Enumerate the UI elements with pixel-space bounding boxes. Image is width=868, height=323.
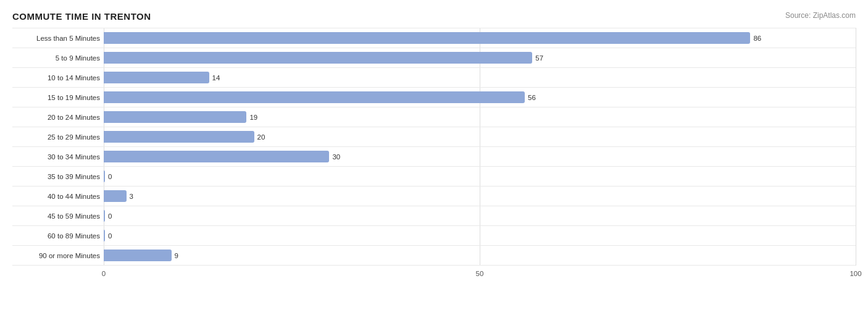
bar-fill (104, 32, 750, 44)
bar-value: 0 (108, 232, 112, 240)
grid-line (856, 28, 856, 266)
bars-section: Less than 5 Minutes865 to 9 Minutes5710 … (12, 28, 856, 266)
bar-value: 3 (130, 193, 133, 200)
bar-label: 10 to 14 Minutes (12, 74, 104, 82)
bar-value: 0 (108, 212, 112, 220)
bar-track: 14 (104, 72, 856, 83)
bar-fill (104, 131, 254, 143)
x-axis-label: 50 (476, 270, 484, 277)
x-axis: 050100 (104, 267, 856, 284)
bar-value: 86 (753, 35, 761, 42)
x-axis-label: 0 (102, 270, 106, 277)
bar-row: 60 to 89 Minutes0 (12, 226, 856, 246)
bar-row: 5 to 9 Minutes57 (12, 48, 856, 68)
bar-row: Less than 5 Minutes86 (12, 28, 856, 48)
bar-track: 30 (104, 151, 856, 162)
bar-row: 15 to 19 Minutes56 (12, 88, 856, 107)
bar-value: 56 (528, 94, 536, 101)
bar-track: 57 (104, 52, 856, 64)
bar-fill (104, 151, 329, 162)
bar-track: 9 (104, 250, 856, 261)
x-axis-label: 100 (849, 270, 861, 277)
bar-value: 9 (175, 252, 178, 259)
bar-row: 20 to 24 Minutes19 (12, 107, 856, 127)
bar-label: 25 to 29 Minutes (12, 133, 104, 141)
bar-track: 3 (104, 190, 856, 202)
bar-fill (104, 52, 532, 64)
bar-label: 15 to 19 Minutes (12, 94, 104, 101)
bar-label: 90 or more Minutes (12, 252, 104, 259)
bar-row: 30 to 34 Minutes30 (12, 147, 856, 167)
bar-label: 5 to 9 Minutes (12, 54, 104, 62)
bar-fill (104, 111, 246, 123)
bar-fill (104, 72, 209, 83)
bar-track: 0 (104, 230, 856, 241)
bar-row: 10 to 14 Minutes14 (12, 68, 856, 88)
bar-row: 90 or more Minutes9 (12, 246, 856, 266)
bar-track: 56 (104, 91, 856, 103)
bar-label: Less than 5 Minutes (12, 35, 104, 42)
bar-track: 19 (104, 111, 856, 123)
chart-container: COMMUTE TIME IN TRENTON Source: ZipAtlas… (0, 0, 868, 323)
bar-fill (104, 170, 105, 182)
bar-value: 30 (332, 153, 340, 161)
bar-track: 0 (104, 170, 856, 182)
bar-label: 40 to 44 Minutes (12, 193, 104, 200)
bar-track: 20 (104, 131, 856, 143)
bar-row: 25 to 29 Minutes20 (12, 127, 856, 147)
bar-label: 30 to 34 Minutes (12, 153, 104, 161)
bar-value: 20 (257, 133, 265, 141)
bar-value: 19 (249, 114, 257, 121)
bar-row: 35 to 39 Minutes0 (12, 167, 856, 187)
bar-fill (104, 250, 172, 261)
bar-track: 0 (104, 210, 856, 222)
bar-label: 35 to 39 Minutes (12, 173, 104, 180)
chart-area: Less than 5 Minutes865 to 9 Minutes5710 … (12, 28, 856, 284)
bar-fill (104, 230, 105, 241)
bar-label: 60 to 89 Minutes (12, 232, 104, 240)
bar-fill (104, 210, 105, 222)
bar-value: 57 (535, 54, 543, 62)
source-label: Source: ZipAtlas.com (785, 11, 856, 20)
bar-fill (104, 91, 525, 103)
bar-label: 45 to 59 Minutes (12, 212, 104, 220)
chart-title: COMMUTE TIME IN TRENTON (12, 11, 856, 22)
bar-label: 20 to 24 Minutes (12, 114, 104, 121)
bar-value: 0 (108, 173, 112, 180)
bar-track: 86 (104, 32, 856, 44)
bar-fill (104, 190, 127, 202)
bar-value: 14 (212, 74, 220, 82)
bar-row: 45 to 59 Minutes0 (12, 206, 856, 226)
bar-row: 40 to 44 Minutes3 (12, 187, 856, 206)
